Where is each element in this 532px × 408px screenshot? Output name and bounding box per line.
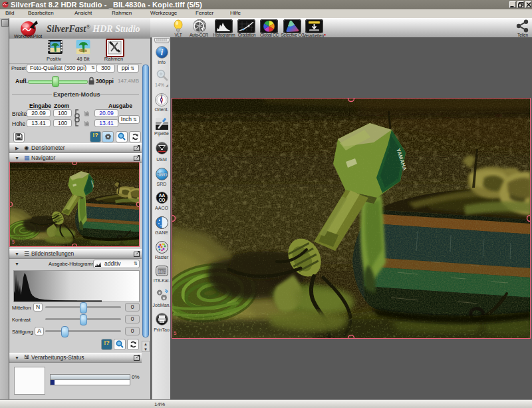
svg-text:5: 5 bbox=[174, 330, 177, 336]
svg-text:48Bit: 48Bit bbox=[78, 49, 87, 53]
svg-text:IT8: IT8 bbox=[158, 269, 166, 275]
svg-text:5: 5 bbox=[12, 240, 15, 244]
svg-text:CO: CO bbox=[159, 198, 166, 202]
svg-text:SRD: SRD bbox=[157, 172, 168, 178]
